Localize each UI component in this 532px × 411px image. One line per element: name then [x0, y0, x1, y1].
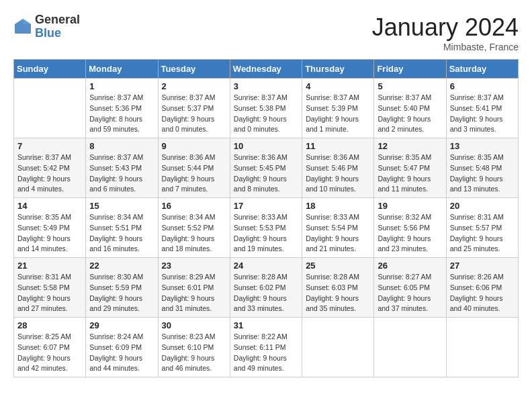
- day-number: 20: [450, 201, 515, 211]
- day-header-friday: Friday: [374, 60, 446, 79]
- day-number: 7: [17, 141, 82, 151]
- day-header-tuesday: Tuesday: [158, 60, 230, 79]
- week-row-1: 1Sunrise: 8:37 AMSunset: 5:36 PMDaylight…: [14, 79, 519, 138]
- day-number: 3: [234, 81, 298, 91]
- day-info: Sunrise: 8:35 AMSunset: 5:49 PMDaylight:…: [17, 212, 82, 255]
- logo-icon: [13, 17, 32, 36]
- header-row: SundayMondayTuesdayWednesdayThursdayFrid…: [14, 60, 519, 79]
- day-cell: 9Sunrise: 8:36 AMSunset: 5:44 PMDaylight…: [158, 138, 230, 198]
- day-info: Sunrise: 8:34 AMSunset: 5:51 PMDaylight:…: [89, 212, 154, 255]
- day-number: 1: [89, 81, 154, 91]
- logo-general: General: [35, 13, 80, 27]
- day-number: 31: [234, 320, 298, 330]
- day-number: 30: [162, 320, 226, 330]
- day-cell: 2Sunrise: 8:37 AMSunset: 5:37 PMDaylight…: [158, 79, 230, 138]
- day-number: 16: [162, 201, 226, 211]
- day-cell: 14Sunrise: 8:35 AMSunset: 5:49 PMDayligh…: [14, 198, 86, 258]
- day-info: Sunrise: 8:37 AMSunset: 5:38 PMDaylight:…: [234, 93, 298, 135]
- day-cell: 31Sunrise: 8:22 AMSunset: 6:11 PMDayligh…: [230, 318, 302, 377]
- day-number: 22: [89, 261, 154, 271]
- day-info: Sunrise: 8:26 AMSunset: 6:06 PMDaylight:…: [450, 272, 515, 314]
- day-cell: 5Sunrise: 8:37 AMSunset: 5:40 PMDaylight…: [374, 79, 446, 138]
- day-info: Sunrise: 8:37 AMSunset: 5:36 PMDaylight:…: [89, 93, 154, 135]
- day-cell: 26Sunrise: 8:27 AMSunset: 6:05 PMDayligh…: [374, 258, 446, 318]
- logo-text: General Blue: [35, 13, 80, 40]
- day-number: 11: [306, 141, 370, 151]
- day-info: Sunrise: 8:37 AMSunset: 5:43 PMDaylight:…: [89, 152, 154, 195]
- day-cell: 25Sunrise: 8:28 AMSunset: 6:03 PMDayligh…: [302, 258, 374, 318]
- calendar-table: SundayMondayTuesdayWednesdayThursdayFrid…: [13, 59, 519, 377]
- day-info: Sunrise: 8:35 AMSunset: 5:48 PMDaylight:…: [450, 152, 515, 195]
- day-number: 18: [306, 201, 370, 211]
- day-info: Sunrise: 8:37 AMSunset: 5:42 PMDaylight:…: [17, 152, 82, 195]
- day-info: Sunrise: 8:29 AMSunset: 6:01 PMDaylight:…: [162, 272, 226, 314]
- day-info: Sunrise: 8:27 AMSunset: 6:05 PMDaylight:…: [378, 272, 442, 314]
- day-cell: 18Sunrise: 8:33 AMSunset: 5:54 PMDayligh…: [302, 198, 374, 258]
- day-cell: 12Sunrise: 8:35 AMSunset: 5:47 PMDayligh…: [374, 138, 446, 198]
- day-number: 21: [17, 261, 82, 271]
- day-number: 24: [234, 261, 298, 271]
- day-cell: 8Sunrise: 8:37 AMSunset: 5:43 PMDaylight…: [86, 138, 158, 198]
- day-info: Sunrise: 8:37 AMSunset: 5:39 PMDaylight:…: [306, 93, 370, 135]
- day-header-wednesday: Wednesday: [230, 60, 302, 79]
- day-number: 5: [378, 81, 442, 91]
- day-info: Sunrise: 8:37 AMSunset: 5:41 PMDaylight:…: [450, 93, 515, 135]
- day-info: Sunrise: 8:36 AMSunset: 5:46 PMDaylight:…: [306, 152, 370, 195]
- day-number: 15: [89, 201, 154, 211]
- day-number: 2: [162, 81, 226, 91]
- month-title: January 2024: [372, 13, 519, 42]
- day-number: 29: [89, 320, 154, 330]
- week-row-2: 7Sunrise: 8:37 AMSunset: 5:42 PMDaylight…: [14, 138, 519, 198]
- day-cell: 29Sunrise: 8:24 AMSunset: 6:09 PMDayligh…: [86, 318, 158, 377]
- week-row-3: 14Sunrise: 8:35 AMSunset: 5:49 PMDayligh…: [14, 198, 519, 258]
- day-header-saturday: Saturday: [446, 60, 518, 79]
- day-cell: 4Sunrise: 8:37 AMSunset: 5:39 PMDaylight…: [302, 79, 374, 138]
- day-number: 4: [306, 81, 370, 91]
- page-header: General Blue January 2024 Mimbaste, Fran…: [13, 13, 519, 52]
- day-info: Sunrise: 8:33 AMSunset: 5:53 PMDaylight:…: [234, 212, 298, 255]
- day-header-thursday: Thursday: [302, 60, 374, 79]
- day-info: Sunrise: 8:31 AMSunset: 5:57 PMDaylight:…: [450, 212, 515, 255]
- day-info: Sunrise: 8:28 AMSunset: 6:03 PMDaylight:…: [306, 272, 370, 314]
- day-cell: 24Sunrise: 8:28 AMSunset: 6:02 PMDayligh…: [230, 258, 302, 318]
- day-info: Sunrise: 8:31 AMSunset: 5:58 PMDaylight:…: [17, 272, 82, 314]
- day-info: Sunrise: 8:35 AMSunset: 5:47 PMDaylight:…: [378, 152, 442, 195]
- day-cell: 10Sunrise: 8:36 AMSunset: 5:45 PMDayligh…: [230, 138, 302, 198]
- day-header-sunday: Sunday: [14, 60, 86, 79]
- day-number: 14: [17, 201, 82, 211]
- day-number: 13: [450, 141, 515, 151]
- logo: General Blue: [13, 13, 80, 40]
- day-cell: 20Sunrise: 8:31 AMSunset: 5:57 PMDayligh…: [446, 198, 518, 258]
- day-cell: 23Sunrise: 8:29 AMSunset: 6:01 PMDayligh…: [158, 258, 230, 318]
- day-info: Sunrise: 8:37 AMSunset: 5:37 PMDaylight:…: [162, 93, 226, 135]
- day-cell: 15Sunrise: 8:34 AMSunset: 5:51 PMDayligh…: [86, 198, 158, 258]
- day-cell: 3Sunrise: 8:37 AMSunset: 5:38 PMDaylight…: [230, 79, 302, 138]
- day-cell: 21Sunrise: 8:31 AMSunset: 5:58 PMDayligh…: [14, 258, 86, 318]
- day-cell: 30Sunrise: 8:23 AMSunset: 6:10 PMDayligh…: [158, 318, 230, 377]
- day-cell: 19Sunrise: 8:32 AMSunset: 5:56 PMDayligh…: [374, 198, 446, 258]
- day-info: Sunrise: 8:23 AMSunset: 6:10 PMDaylight:…: [162, 332, 226, 374]
- day-cell: [302, 318, 374, 377]
- svg-marker-1: [23, 19, 31, 24]
- day-info: Sunrise: 8:36 AMSunset: 5:45 PMDaylight:…: [234, 152, 298, 195]
- day-cell: 22Sunrise: 8:30 AMSunset: 5:59 PMDayligh…: [86, 258, 158, 318]
- day-number: 9: [162, 141, 226, 151]
- day-number: 26: [378, 261, 442, 271]
- day-number: 12: [378, 141, 442, 151]
- day-info: Sunrise: 8:32 AMSunset: 5:56 PMDaylight:…: [378, 212, 442, 255]
- day-info: Sunrise: 8:36 AMSunset: 5:44 PMDaylight:…: [162, 152, 226, 195]
- day-info: Sunrise: 8:33 AMSunset: 5:54 PMDaylight:…: [306, 212, 370, 255]
- day-info: Sunrise: 8:28 AMSunset: 6:02 PMDaylight:…: [234, 272, 298, 314]
- day-header-monday: Monday: [86, 60, 158, 79]
- day-number: 19: [378, 201, 442, 211]
- day-number: 8: [89, 141, 154, 151]
- location: Mimbaste, France: [372, 42, 519, 52]
- day-info: Sunrise: 8:34 AMSunset: 5:52 PMDaylight:…: [162, 212, 226, 255]
- day-info: Sunrise: 8:30 AMSunset: 5:59 PMDaylight:…: [89, 272, 154, 314]
- day-cell: [446, 318, 518, 377]
- day-cell: 11Sunrise: 8:36 AMSunset: 5:46 PMDayligh…: [302, 138, 374, 198]
- day-number: 6: [450, 81, 515, 91]
- day-cell: [374, 318, 446, 377]
- day-number: 23: [162, 261, 226, 271]
- day-cell: 7Sunrise: 8:37 AMSunset: 5:42 PMDaylight…: [14, 138, 86, 198]
